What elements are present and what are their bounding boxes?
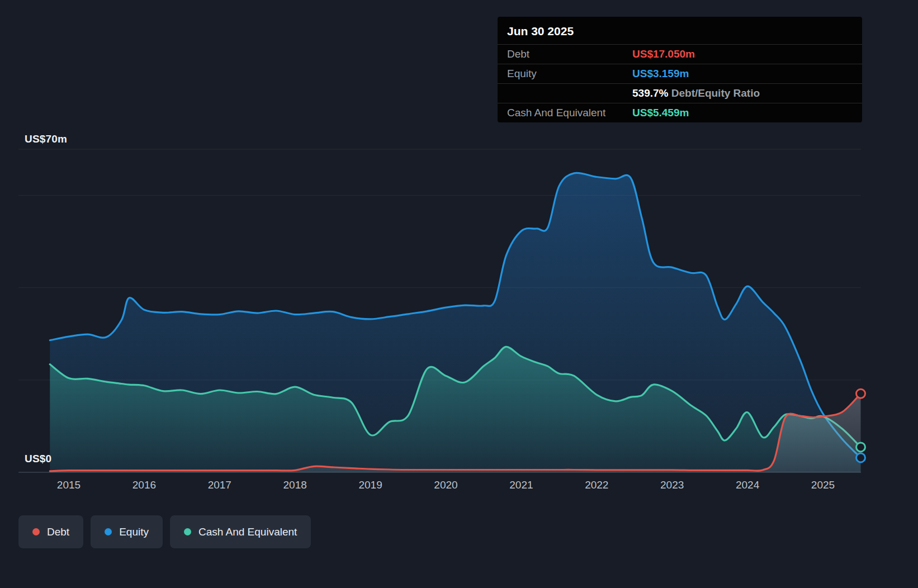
legend-item-debt[interactable]: Debt (18, 515, 83, 548)
tooltip-equity-label: Equity (507, 68, 632, 80)
tooltip-ratio-percent: 539.7% (632, 87, 668, 99)
tooltip-row-equity: Equity US$3.159m (498, 64, 862, 83)
y-axis-label-zero: US$0 (25, 453, 51, 465)
x-tick-label: 2016 (133, 479, 156, 491)
legend-item-equity[interactable]: Equity (91, 515, 163, 548)
tooltip-equity-value: US$3.159m (632, 68, 689, 80)
tooltip-ratio-label: Debt/Equity Ratio (671, 87, 760, 99)
endpoint-marker-cash-and-equivalent (857, 443, 865, 452)
tooltip-ratio-value: 539.7% Debt/Equity Ratio (632, 87, 760, 99)
debt-dot-icon (32, 528, 40, 535)
endpoint-marker-debt (857, 389, 865, 398)
y-axis-label-max: US$70m (25, 133, 67, 145)
tooltip-row-cash: Cash And Equivalent US$5.459m (498, 103, 862, 122)
x-tick-label: 2020 (434, 479, 457, 491)
x-tick-label: 2018 (283, 479, 307, 491)
tooltip-date: Jun 30 2025 (498, 17, 862, 44)
x-tick-label: 2022 (585, 479, 608, 491)
x-axis: 2015201620172018201920202021202220232024… (0, 479, 918, 494)
x-tick-label: 2021 (509, 479, 533, 491)
tooltip-cash-label: Cash And Equivalent (507, 107, 632, 119)
legend-equity-label: Equity (119, 526, 149, 538)
legend-item-cash[interactable]: Cash And Equivalent (170, 515, 311, 548)
x-tick-label: 2023 (660, 479, 684, 491)
tooltip-row-debt: Debt US$17.050m (498, 44, 862, 64)
cash-dot-icon (184, 528, 191, 535)
tooltip-debt-label: Debt (507, 48, 632, 60)
chart-legend: Debt Equity Cash And Equivalent (18, 515, 311, 548)
tooltip: Jun 30 2025 Debt US$17.050m Equity US$3.… (498, 17, 862, 122)
x-tick-label: 2017 (208, 479, 231, 491)
x-tick-label: 2019 (358, 479, 382, 491)
debt-equity-history-chart-page: US$70m US$0 2015201620172018201920202021… (0, 0, 918, 588)
equity-dot-icon (105, 528, 112, 535)
x-tick-label: 2015 (57, 479, 81, 491)
tooltip-debt-value: US$17.050m (632, 48, 695, 60)
endpoint-marker-equity (857, 453, 865, 462)
x-tick-label: 2024 (736, 479, 759, 491)
legend-debt-label: Debt (47, 526, 69, 538)
legend-cash-label: Cash And Equivalent (198, 526, 297, 538)
tooltip-row-ratio: 539.7% Debt/Equity Ratio (498, 83, 862, 103)
tooltip-cash-value: US$5.459m (632, 107, 689, 119)
x-tick-label: 2025 (811, 479, 835, 491)
